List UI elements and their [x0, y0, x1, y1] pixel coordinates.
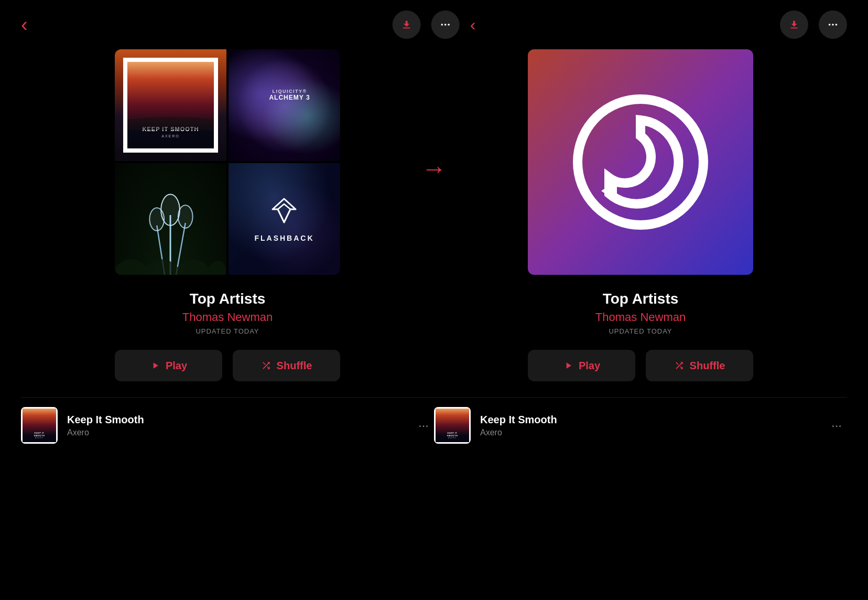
replay-logo-icon [567, 89, 714, 235]
play-icon [150, 360, 160, 371]
center-arrow: → [421, 154, 447, 183]
right-track-more-button[interactable]: ··· [826, 413, 847, 438]
svg-point-5 [836, 24, 838, 26]
chrome-decoration [229, 49, 340, 161]
right-playlist-info: Top Artists Thomas Newman UPDATED TODAY [595, 291, 686, 335]
album-liquicity[interactable]: LIQUICITY® ALCHEMY 3 [229, 49, 340, 161]
left-curator: Thomas Newman [182, 310, 273, 324]
right-track-thumb-text: KEEP ITSMOOTH [447, 432, 458, 437]
album-2-text: LIQUICITY® ALCHEMY 3 [269, 89, 310, 101]
right-track-item: KEEP ITSMOOTH AXERO Keep It Smooth Axero… [434, 397, 847, 453]
more-button[interactable] [431, 10, 460, 39]
download-icon [401, 19, 413, 30]
right-play-label: Play [579, 360, 600, 372]
left-track-thumb-img: KEEP ITSMOOTH AXERO [21, 407, 58, 444]
right-updated: UPDATED TODAY [595, 327, 686, 335]
svg-point-2 [448, 24, 450, 26]
svg-point-13 [149, 208, 164, 231]
left-play-button[interactable]: Play [115, 350, 222, 381]
left-action-buttons: Play Shuffle [115, 350, 340, 381]
download-button[interactable] [393, 10, 421, 39]
right-shuffle-icon [674, 360, 685, 371]
right-play-button[interactable]: Play [528, 350, 635, 381]
left-shuffle-label: Shuffle [277, 360, 312, 372]
svg-point-3 [829, 24, 831, 26]
flashback-title: FLASHBACK [254, 234, 314, 242]
left-panel: KEEP IT SMOOTH AXERO LIQUICITY® ALCHEMY … [21, 49, 434, 453]
left-shuffle-button[interactable]: Shuffle [233, 350, 340, 381]
right-play-icon [563, 360, 573, 371]
right-panel: Top Artists Thomas Newman UPDATED TODAY … [434, 49, 847, 453]
right-more-button[interactable] [819, 10, 847, 39]
left-play-label: Play [166, 360, 187, 372]
left-track-more-button[interactable]: ··· [413, 413, 434, 438]
svg-point-14 [178, 205, 193, 228]
right-download-button[interactable] [780, 10, 808, 39]
right-curator: Thomas Newman [595, 310, 686, 324]
flashback-logo-icon [268, 196, 300, 228]
left-track-artist: Axero [67, 428, 404, 437]
right-album-art[interactable] [528, 49, 753, 275]
left-track-item: KEEP ITSMOOTH AXERO Keep It Smooth Axero… [21, 397, 434, 453]
left-track-info: Keep It Smooth Axero [67, 414, 404, 437]
album-flashback[interactable]: FLASHBACK [229, 163, 340, 275]
right-track-artist: Axero [480, 428, 817, 437]
album-1-logo: AXERO [161, 134, 180, 138]
right-controls [780, 10, 847, 39]
svg-point-1 [444, 24, 447, 26]
svg-point-4 [832, 24, 834, 26]
right-action-buttons: Play Shuffle [528, 350, 753, 381]
dots-icon [440, 19, 451, 30]
right-track-thumb-logo: AXERO [448, 437, 457, 439]
left-album-grid: KEEP IT SMOOTH AXERO LIQUICITY® ALCHEMY … [115, 49, 340, 275]
right-track-info: Keep It Smooth Axero [480, 414, 817, 437]
right-track-list: KEEP ITSMOOTH AXERO Keep It Smooth Axero… [434, 397, 847, 453]
left-playlist-info: Top Artists Thomas Newman UPDATED TODAY [182, 291, 273, 335]
right-playlist-title: Top Artists [595, 291, 686, 307]
right-shuffle-button[interactable]: Shuffle [646, 350, 753, 381]
right-download-icon [788, 19, 800, 30]
flashback-content: FLASHBACK [254, 196, 314, 242]
album-2-title: ALCHEMY 3 [269, 94, 310, 101]
top-bar: ‹ ‹ [0, 0, 868, 49]
right-track-thumb: KEEP ITSMOOTH AXERO [434, 407, 471, 444]
left-track-thumb: KEEP ITSMOOTH AXERO [21, 407, 58, 444]
left-updated: UPDATED TODAY [182, 327, 273, 335]
shuffle-icon [261, 360, 272, 371]
left-playlist-title: Top Artists [182, 291, 273, 307]
center-controls: ‹ [393, 10, 476, 39]
album-keep-it-smooth[interactable]: KEEP IT SMOOTH AXERO [115, 49, 226, 161]
album-2-brand: LIQUICITY® [269, 89, 310, 94]
left-track-list: KEEP ITSMOOTH AXERO Keep It Smooth Axero… [21, 397, 434, 453]
right-panel-back-button[interactable]: ‹ [470, 16, 476, 33]
right-shuffle-label: Shuffle [690, 360, 725, 372]
right-dots-icon [827, 19, 839, 30]
svg-point-0 [441, 24, 443, 26]
track-thumb-logo: AXERO [35, 437, 44, 439]
main-content: KEEP IT SMOOTH AXERO LIQUICITY® ALCHEMY … [0, 49, 868, 453]
left-back-button[interactable]: ‹ [21, 15, 28, 35]
left-track-name: Keep It Smooth [67, 414, 404, 426]
track-thumb-text: KEEP ITSMOOTH [34, 432, 45, 437]
right-track-name: Keep It Smooth [480, 414, 817, 426]
album-flowers[interactable] [115, 163, 226, 275]
bridge-silhouette [127, 109, 214, 130]
right-track-thumb-img: KEEP ITSMOOTH AXERO [434, 407, 471, 444]
flower-svg [115, 163, 226, 275]
